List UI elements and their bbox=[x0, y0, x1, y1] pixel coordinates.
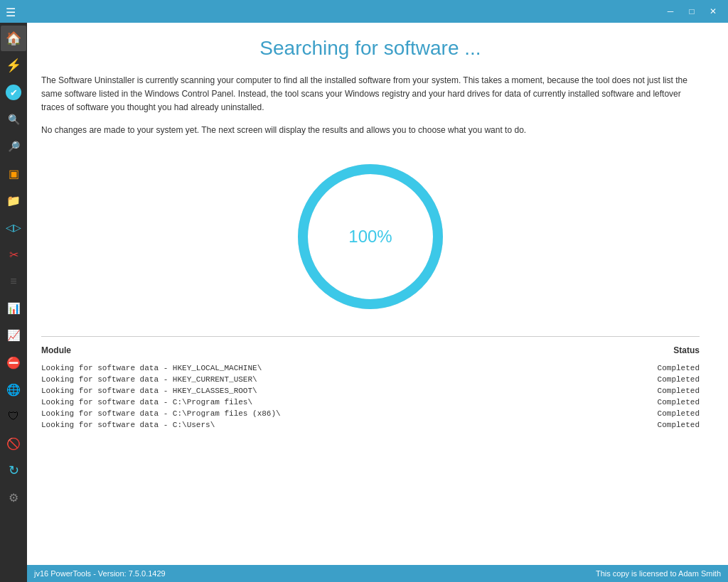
maximize-button[interactable]: □ bbox=[682, 4, 701, 18]
shield-icon: 🛡 bbox=[8, 410, 19, 423]
module-status: Completed bbox=[643, 398, 700, 406]
analytics-icon: 📈 bbox=[7, 329, 21, 342]
block-icon: 🚫 bbox=[6, 437, 21, 451]
module-table-header: Module Status bbox=[41, 343, 700, 358]
title-bar: ☰ ─ □ ✕ bbox=[0, 0, 728, 23]
globe-icon: 🌐 bbox=[6, 383, 21, 397]
status-bar: jv16 PowerTools - Version: 7.5.0.1429 Th… bbox=[27, 565, 728, 582]
module-name: Looking for software data - HKEY_CURRENT… bbox=[41, 375, 257, 384]
module-status: Completed bbox=[643, 421, 700, 429]
search-small-icon: 🔍 bbox=[8, 114, 20, 125]
module-status: Completed bbox=[643, 364, 700, 372]
col-module-header: Module bbox=[41, 345, 71, 355]
chart-icon: 📊 bbox=[7, 302, 21, 315]
module-name: Looking for software data - C:\Program f… bbox=[41, 409, 281, 418]
sidebar-item-refresh[interactable]: ↻ bbox=[1, 458, 26, 483]
module-name: Looking for software data - HKEY_CLASSES… bbox=[41, 387, 257, 395]
table-row: Looking for software data - HKEY_LOCAL_M… bbox=[41, 362, 700, 374]
app-body: 🏠 ⚡ ✔ 🔍 🔎 ▣ 📁 ◁▷ ✂ ≡ 📊 bbox=[0, 23, 728, 582]
table-row: Looking for software data - C:\Users\ Co… bbox=[41, 419, 700, 431]
sidebar-item-analytics[interactable]: 📈 bbox=[1, 323, 26, 348]
menu-button[interactable]: ☰ bbox=[6, 6, 16, 19]
description-paragraph-1: The Software Uninstaller is currently sc… bbox=[41, 74, 700, 115]
sidebar-item-tools[interactable]: ✂ bbox=[1, 242, 26, 267]
description-paragraph-2: No changes are made to your system yet. … bbox=[41, 124, 700, 137]
refresh-icon: ↻ bbox=[9, 463, 19, 478]
progress-label: 100% bbox=[348, 227, 392, 247]
sidebar-item-globe[interactable]: 🌐 bbox=[1, 377, 26, 402]
minimize-button[interactable]: ─ bbox=[661, 4, 680, 18]
sidebar-item-zoom[interactable]: 🔎 bbox=[1, 134, 26, 159]
zoom-icon: 🔎 bbox=[8, 141, 20, 152]
status-right: This copy is licensed to Adam Smith bbox=[596, 569, 721, 578]
list-icon: ≡ bbox=[10, 275, 16, 288]
module-table: Module Status Looking for software data … bbox=[41, 336, 700, 431]
sidebar-item-chart[interactable]: 📊 bbox=[1, 296, 26, 321]
table-row: Looking for software data - HKEY_CURRENT… bbox=[41, 374, 700, 385]
layers-icon: ▣ bbox=[9, 167, 19, 180]
content-scroll[interactable]: Searching for software ... The Software … bbox=[27, 23, 728, 565]
sidebar-item-home[interactable]: 🏠 bbox=[1, 26, 26, 51]
home-icon: 🏠 bbox=[6, 31, 21, 46]
sidebar-item-check[interactable]: ✔ bbox=[1, 80, 26, 105]
settings-icon: ⚙ bbox=[9, 491, 18, 505]
table-row: Looking for software data - C:\Program f… bbox=[41, 397, 700, 408]
circle-progress: 100% bbox=[292, 158, 449, 315]
sidebar-item-folder[interactable]: 📁 bbox=[1, 188, 26, 213]
tools-icon: ✂ bbox=[9, 248, 18, 262]
status-left: jv16 PowerTools - Version: 7.5.0.1429 bbox=[34, 569, 166, 578]
sidebar-item-code[interactable]: ◁▷ bbox=[1, 215, 26, 240]
sidebar-item-lightning[interactable]: ⚡ bbox=[1, 53, 26, 78]
sidebar-item-settings[interactable]: ⚙ bbox=[1, 485, 26, 510]
close-button[interactable]: ✕ bbox=[704, 4, 722, 18]
progress-container: 100% bbox=[41, 158, 700, 315]
module-status: Completed bbox=[643, 387, 700, 395]
table-row: Looking for software data - HKEY_CLASSES… bbox=[41, 385, 700, 397]
module-name: Looking for software data - HKEY_LOCAL_M… bbox=[41, 364, 262, 372]
sidebar-item-list[interactable]: ≡ bbox=[1, 269, 26, 294]
table-row: Looking for software data - C:\Program f… bbox=[41, 408, 700, 419]
module-status: Completed bbox=[643, 409, 700, 418]
module-name: Looking for software data - C:\Program f… bbox=[41, 398, 252, 406]
code-icon: ◁▷ bbox=[6, 222, 21, 233]
page-title: Searching for software ... bbox=[41, 37, 700, 60]
error-icon: ⛔ bbox=[6, 356, 21, 370]
col-status-header: Status bbox=[673, 345, 700, 355]
check-icon: ✔ bbox=[6, 85, 21, 100]
sidebar: 🏠 ⚡ ✔ 🔍 🔎 ▣ 📁 ◁▷ ✂ ≡ 📊 bbox=[0, 23, 27, 582]
sidebar-item-search[interactable]: 🔍 bbox=[1, 107, 26, 132]
folder-icon: 📁 bbox=[6, 194, 21, 208]
sidebar-item-layers[interactable]: ▣ bbox=[1, 161, 26, 186]
module-name: Looking for software data - C:\Users\ bbox=[41, 421, 215, 429]
module-status: Completed bbox=[643, 375, 700, 384]
sidebar-item-block[interactable]: 🚫 bbox=[1, 431, 26, 456]
window-controls: ─ □ ✕ bbox=[661, 4, 722, 18]
sidebar-item-error[interactable]: ⛔ bbox=[1, 350, 26, 375]
content-area: Searching for software ... The Software … bbox=[27, 23, 728, 582]
sidebar-item-shield[interactable]: 🛡 bbox=[1, 404, 26, 429]
lightning-icon: ⚡ bbox=[6, 58, 21, 73]
